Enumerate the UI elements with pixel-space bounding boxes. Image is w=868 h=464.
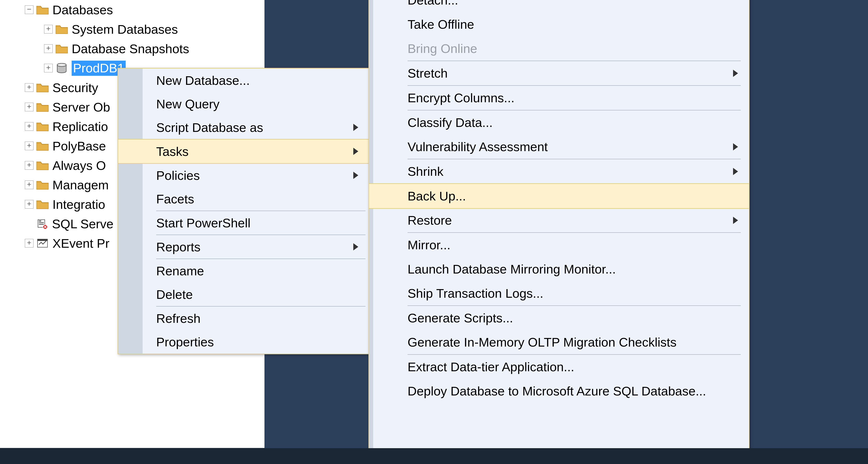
submenu-arrow-icon <box>733 217 738 224</box>
menu-facets[interactable]: Facets <box>118 187 369 211</box>
submenu-detach[interactable]: Detach... <box>369 0 749 12</box>
tree-label: Always O <box>53 158 106 173</box>
menu-label: Extract Data-tier Application... <box>408 359 575 374</box>
expand-icon[interactable]: + <box>44 25 53 33</box>
sql-agent-icon <box>36 218 49 229</box>
expand-icon[interactable]: + <box>44 44 53 53</box>
tree-label: Databases <box>53 2 113 17</box>
submenu-generate-oltp-checklists[interactable]: Generate In-Memory OLTP Migration Checkl… <box>369 330 749 354</box>
menu-label: Properties <box>156 335 214 349</box>
menu-new-database[interactable]: New Database... <box>118 68 369 92</box>
submenu-deploy-azure[interactable]: Deploy Database to Microsoft Azure SQL D… <box>369 379 749 403</box>
submenu-arrow-icon <box>353 124 358 131</box>
submenu-arrow-icon <box>733 70 738 77</box>
menu-reports[interactable]: Reports <box>118 235 369 259</box>
expand-icon[interactable]: + <box>25 122 33 131</box>
menu-label: Take Offline <box>408 17 474 32</box>
submenu-extract-data-tier-app[interactable]: Extract Data-tier Application... <box>369 355 749 379</box>
submenu-classify-data[interactable]: Classify Data... <box>369 110 749 135</box>
tree-label: Security <box>53 80 98 95</box>
submenu-encrypt-columns[interactable]: Encrypt Columns... <box>369 86 749 110</box>
submenu-generate-scripts[interactable]: Generate Scripts... <box>369 306 749 330</box>
menu-tasks[interactable]: Tasks <box>118 139 369 164</box>
submenu-vulnerability-assessment[interactable]: Vulnerability Assessment <box>369 135 749 159</box>
menu-label: Generate Scripts... <box>408 311 513 325</box>
xevent-icon <box>36 238 49 249</box>
menu-label: New Query <box>156 96 219 111</box>
expand-icon[interactable]: + <box>44 64 53 72</box>
submenu-mirror[interactable]: Mirror... <box>369 233 749 257</box>
menu-label: Restore <box>408 213 452 228</box>
submenu-arrow-icon <box>353 172 358 179</box>
tree-label: System Databases <box>72 22 178 37</box>
menu-delete[interactable]: Delete <box>118 283 369 306</box>
menu-label: Start PowerShell <box>156 215 250 230</box>
submenu-stretch[interactable]: Stretch <box>369 61 749 85</box>
collapse-icon[interactable]: − <box>25 5 33 14</box>
tasks-submenu: Detach... Take Offline Bring Online Stre… <box>368 0 749 453</box>
folder-icon <box>36 82 49 93</box>
menu-label: Facets <box>156 192 194 206</box>
menu-new-query[interactable]: New Query <box>118 92 369 116</box>
menu-label: Policies <box>156 168 200 183</box>
folder-icon <box>36 141 49 151</box>
menu-label: Encrypt Columns... <box>408 90 515 105</box>
menu-label: Script Database as <box>156 120 263 135</box>
menu-label: Detach... <box>408 0 458 7</box>
tree-label: XEvent Pr <box>53 236 110 251</box>
database-context-menu: New Database... New Query Script Databas… <box>118 68 370 354</box>
folder-icon <box>36 121 49 132</box>
folder-icon <box>55 24 68 35</box>
menu-label: Shrink <box>408 164 443 179</box>
menu-label: New Database... <box>156 73 250 88</box>
tree-node-system-databases[interactable]: + System Databases <box>0 20 265 39</box>
menu-script-database-as[interactable]: Script Database as <box>118 116 369 139</box>
folder-icon <box>36 160 49 171</box>
tree-label: Managem <box>53 178 109 192</box>
submenu-back-up[interactable]: Back Up... <box>369 183 749 209</box>
expand-icon[interactable]: + <box>25 161 33 170</box>
menu-label: Mirror... <box>408 237 451 252</box>
menu-label: Refresh <box>156 311 200 326</box>
tree-node-databases[interactable]: − Databases <box>0 0 265 20</box>
expand-icon[interactable]: + <box>25 180 33 189</box>
submenu-restore[interactable]: Restore <box>369 208 749 232</box>
tree-label: Database Snapshots <box>72 41 189 56</box>
tree-label: Integratio <box>53 197 105 212</box>
menu-label: Generate In-Memory OLTP Migration Checkl… <box>408 335 677 350</box>
expand-icon[interactable]: + <box>25 239 33 248</box>
folder-icon <box>36 102 49 112</box>
menu-label: Delete <box>156 287 193 302</box>
menu-rename[interactable]: Rename <box>118 259 369 283</box>
menu-label: Reports <box>156 239 200 254</box>
submenu-arrow-icon <box>733 143 738 150</box>
tree-label: Replicatio <box>53 119 108 134</box>
menu-label: Tasks <box>156 144 188 159</box>
menu-start-powershell[interactable]: Start PowerShell <box>118 211 369 235</box>
menu-refresh[interactable]: Refresh <box>118 307 369 330</box>
tree-node-database-snapshots[interactable]: + Database Snapshots <box>0 39 265 58</box>
folder-icon <box>36 199 49 210</box>
folder-icon <box>36 179 49 190</box>
expand-icon[interactable]: + <box>25 142 33 150</box>
menu-label: Stretch <box>408 66 447 81</box>
expand-icon[interactable]: + <box>25 200 33 209</box>
bottom-bar <box>0 448 868 464</box>
menu-label: Ship Transaction Logs... <box>408 286 544 301</box>
menu-label: Classify Data... <box>408 115 493 130</box>
database-icon <box>55 63 68 74</box>
submenu-take-offline[interactable]: Take Offline <box>369 12 749 36</box>
menu-properties[interactable]: Properties <box>118 330 369 354</box>
submenu-ship-transaction-logs[interactable]: Ship Transaction Logs... <box>369 281 749 306</box>
submenu-shrink[interactable]: Shrink <box>369 159 749 183</box>
expand-icon[interactable]: + <box>25 83 33 92</box>
tree-label: SQL Serve <box>52 216 114 231</box>
menu-label: Deploy Database to Microsoft Azure SQL D… <box>408 384 706 398</box>
folder-icon <box>36 4 49 15</box>
submenu-arrow-icon <box>353 148 358 155</box>
folder-icon <box>55 43 68 54</box>
menu-policies[interactable]: Policies <box>118 164 369 187</box>
expand-icon[interactable]: + <box>25 103 33 111</box>
expand-spacer <box>25 220 33 228</box>
submenu-mirroring-monitor[interactable]: Launch Database Mirroring Monitor... <box>369 257 749 281</box>
